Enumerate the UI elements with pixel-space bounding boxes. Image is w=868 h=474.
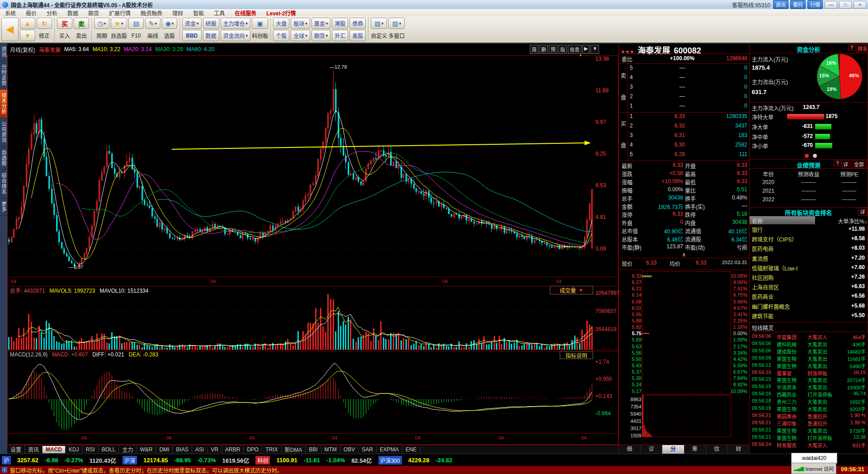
toolbar-button-基金[interactable]: 基金▾ bbox=[311, 18, 331, 29]
watchlist-button[interactable]: ★▾ bbox=[111, 18, 127, 29]
menu-item-3[interactable]: 数据 bbox=[62, 9, 83, 17]
chart-button-删[interactable]: 删 bbox=[539, 45, 548, 54]
mini-tab-财[interactable]: 财 bbox=[728, 445, 750, 454]
indicator-tab-BOLL[interactable]: BOLL bbox=[99, 446, 119, 453]
sell-button[interactable]: 卖 bbox=[74, 18, 89, 29]
toolbar-label-卖出[interactable]: 卖出 bbox=[74, 30, 89, 41]
indicator-tab-RSI[interactable]: RSI bbox=[83, 446, 99, 453]
index-badge-科创[interactable]: 科创 bbox=[255, 456, 270, 465]
sidebar-item-5[interactable]: 综合排名 bbox=[0, 170, 7, 198]
index-badge-沪深[interactable]: 沪深 bbox=[123, 456, 137, 465]
toolbar-button-资金流向[interactable]: 资金流向▾ bbox=[221, 30, 251, 41]
account-box[interactable]: waidai420 bbox=[791, 453, 837, 464]
intraday-mini-chart-canvas[interactable] bbox=[642, 271, 731, 440]
mini-tab-诊[interactable]: 诊 bbox=[641, 445, 662, 454]
fund-help-button[interactable]: ? bbox=[848, 44, 855, 51]
toolbar-label-选股[interactable]: 选股 bbox=[162, 30, 177, 41]
toolbar-button-主力增仓[interactable]: 主力增仓▾ bbox=[221, 18, 251, 29]
page-dot[interactable] bbox=[813, 154, 817, 158]
forecast-all-button[interactable]: 全部 bbox=[851, 160, 867, 168]
indicator-tab-W&R[interactable]: W&R bbox=[137, 446, 156, 453]
toolbar-button-全球[interactable]: 全球▾ bbox=[291, 30, 310, 41]
menu-item-8[interactable]: 智能 bbox=[188, 9, 209, 17]
indicator-tab-OBV[interactable]: OBV bbox=[340, 446, 359, 453]
f10-button[interactable]: ▤ bbox=[128, 18, 144, 29]
chart-button-预[interactable]: 预 bbox=[549, 45, 557, 54]
mini-tab-细[interactable]: 细 bbox=[619, 445, 641, 454]
restore-button[interactable]: □ bbox=[839, 1, 852, 9]
forecast-button-1[interactable]: 详 bbox=[842, 160, 849, 168]
toolbar-button-美股[interactable]: 美股 bbox=[349, 30, 366, 41]
indicator-tab-VR[interactable]: VR bbox=[208, 446, 222, 453]
toolbar-label-多窗口[interactable]: 多窗口 bbox=[388, 30, 405, 41]
chart-button-信息[interactable]: 信息 bbox=[568, 45, 581, 54]
toolbar-label-修正[interactable]: 修正 bbox=[37, 30, 52, 41]
indicator-tab-主力[interactable]: 主力 bbox=[119, 445, 137, 454]
indicator-tab-BBI[interactable]: BBI bbox=[306, 446, 321, 453]
indicator-tab-ASI[interactable]: ASI bbox=[192, 446, 208, 453]
indicator-tab-ENE[interactable]: ENE bbox=[402, 446, 420, 453]
chart-button-指[interactable]: 指 bbox=[558, 45, 567, 54]
toolbar-button-研报[interactable]: 研报 bbox=[203, 18, 219, 29]
toolbar-button-大盘[interactable]: 大盘 bbox=[273, 18, 289, 29]
indicator-tab-TRIX[interactable]: TRIX bbox=[262, 446, 281, 453]
volume-indicator-dropdown[interactable]: 成交量▼ bbox=[550, 286, 593, 294]
toolbar-button-债券[interactable]: 债券 bbox=[349, 18, 366, 29]
up-button[interactable]: ▲ bbox=[20, 18, 35, 29]
indicator-tab-BIAS[interactable]: BIAS bbox=[173, 446, 192, 453]
menu-item-4[interactable]: 期货 bbox=[83, 9, 104, 17]
indicator-tab-KDJ[interactable]: KDJ bbox=[66, 446, 83, 453]
indicator-tab-DMI[interactable]: DMI bbox=[156, 446, 173, 453]
toolbar-label-科创板[interactable]: 科创板 bbox=[252, 30, 268, 41]
sidebar-item-2[interactable]: 技术分析 bbox=[0, 90, 7, 118]
toolbar-button-外汇[interactable]: 外汇 bbox=[332, 30, 348, 41]
toolbar-button-期货[interactable]: 期货▾ bbox=[311, 30, 331, 41]
connection-status[interactable]: ▂▄▆ Internet 访问 bbox=[791, 463, 836, 474]
sidebar-item-4[interactable]: 自选股 bbox=[0, 147, 7, 170]
chart-button-▼[interactable]: ▼ bbox=[590, 45, 599, 54]
toolbar-label-画线[interactable]: 画线 bbox=[145, 30, 160, 41]
indicator-tab-DPO[interactable]: DPO bbox=[244, 446, 262, 453]
sidebar-item-1[interactable]: 分时走势 bbox=[0, 61, 7, 90]
kline-chart-canvas[interactable] bbox=[8, 56, 594, 433]
menu-item-0[interactable]: 系统 bbox=[0, 9, 21, 17]
mini-tab-估[interactable]: 估 bbox=[706, 445, 728, 454]
toolbar-button-数据[interactable]: 数据 bbox=[203, 30, 219, 41]
quotes-button[interactable]: 行情 bbox=[807, 0, 823, 9]
toolbar-label-买入[interactable]: 买入 bbox=[57, 30, 72, 41]
menu-item-1[interactable]: 报价 bbox=[21, 9, 42, 17]
indicator-tab-MTM[interactable]: MTM bbox=[321, 446, 340, 453]
back-button[interactable]: ◀ bbox=[1, 18, 19, 41]
toolbar-label-自选股[interactable]: 自选股 bbox=[111, 30, 127, 41]
indicator-tab-资讯[interactable]: 资讯 bbox=[25, 445, 42, 454]
indicator-tab-SAR[interactable]: SAR bbox=[359, 446, 377, 453]
sidebar-item-3[interactable]: 公司资讯 bbox=[0, 118, 7, 147]
index-badge-沪[interactable]: 沪 bbox=[2, 456, 11, 465]
toolbar-button-资金[interactable]: 资金▾ bbox=[182, 18, 202, 29]
sector-detail-button[interactable]: 详 bbox=[858, 208, 867, 216]
forecast-button-0[interactable]: ? bbox=[834, 160, 841, 166]
indicator-tab-EXPMA[interactable]: EXPMA bbox=[377, 446, 402, 453]
indicator-tab-ARBR[interactable]: ARBR bbox=[222, 446, 244, 453]
indicator-tab-新DMA[interactable]: 新DMA bbox=[282, 445, 306, 454]
toolbar-button-个股[interactable]: 个股 bbox=[273, 30, 289, 41]
menu-item-5[interactable]: 扩展行情 bbox=[104, 9, 136, 17]
toolbar-button-BBD[interactable]: BBD bbox=[182, 30, 202, 41]
toolbar-label-自定义[interactable]: 自定义 bbox=[371, 30, 387, 41]
drawline-button[interactable]: ✎▾ bbox=[145, 18, 160, 29]
down-button[interactable]: ▼ bbox=[20, 30, 35, 41]
period-button[interactable]: ◷▾ bbox=[94, 18, 109, 29]
toolbar-button-板块[interactable]: 板块▾ bbox=[291, 18, 310, 29]
trade-button[interactable]: 委托 bbox=[790, 0, 806, 9]
mini-tab-筹[interactable]: 筹 bbox=[684, 445, 706, 454]
menu-item-6[interactable]: 融资融券 bbox=[136, 9, 167, 17]
custom-button[interactable]: ▧▾ bbox=[371, 18, 387, 29]
close-button[interactable]: × bbox=[854, 1, 866, 9]
chart-button-▶[interactable]: ▶ bbox=[582, 45, 590, 54]
buy-button[interactable]: 买 bbox=[57, 18, 72, 29]
indicator-help-button[interactable]: 指标说明 bbox=[560, 351, 593, 359]
mini-tab-分[interactable]: 分 bbox=[662, 445, 684, 454]
chart-button-简[interactable]: 简 bbox=[530, 45, 538, 54]
star-market-button[interactable]: ▣ bbox=[252, 18, 268, 29]
menu-item-9[interactable]: 工具 bbox=[209, 9, 230, 17]
